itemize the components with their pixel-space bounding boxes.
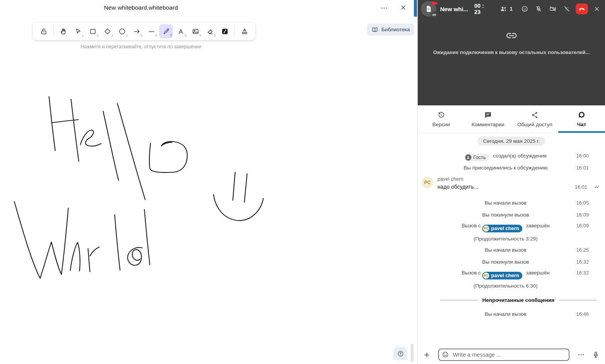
message-timestamp: 16:32: [576, 258, 589, 266]
whiteboard-canvas[interactable]: [0, 0, 417, 364]
selection-icon: [74, 27, 82, 36]
system-message: Вы покинули вызов16:09: [418, 209, 605, 221]
scrollbar-thumb-active[interactable]: [414, 0, 417, 17]
system-message-text: Вы присоединились к обсуждению: [464, 165, 548, 171]
actor-pill[interactable]: PCpavel chern: [482, 225, 522, 232]
user-avatar-mini: PC: [483, 273, 489, 279]
tool-shortcut: 5: [141, 34, 142, 37]
camera-off-button[interactable]: [548, 3, 558, 15]
tool-draw[interactable]: 7: [159, 24, 173, 38]
tab-чат[interactable]: Чат: [558, 105, 605, 133]
call-top-bar: New whi... 00 : 23 1: [418, 0, 605, 18]
blur-off-icon: [563, 5, 571, 13]
eraser-icon: [206, 27, 214, 36]
actor-pill[interactable]: Гость: [464, 154, 490, 161]
tool-shortcut: 3: [111, 34, 113, 37]
unread-messages-label: Непрочитанные сообщения: [482, 297, 554, 303]
tab-комментарии[interactable]: Комментарии: [464, 105, 511, 133]
draw-icon: [162, 27, 170, 36]
freehand-stroke: [80, 130, 101, 146]
tool-eraser[interactable]: 0: [203, 24, 217, 38]
voice-message-button[interactable]: [592, 351, 600, 359]
system-message-text: Вы начали вызов: [485, 247, 526, 253]
close-call-view-button[interactable]: [592, 3, 602, 15]
emoji-picker-button[interactable]: [442, 351, 449, 358]
plus-icon: [423, 351, 430, 359]
tool-shortcut: 0: [214, 34, 216, 37]
library-button[interactable]: Библиотека: [367, 24, 414, 36]
tool-shortcut: 8: [185, 34, 186, 37]
message-timestamp: 16:09: [576, 211, 589, 219]
message-input[interactable]: [438, 349, 569, 361]
actor-pill[interactable]: PCpavel chern: [482, 272, 522, 279]
scrollbar-thumb[interactable]: [411, 344, 414, 362]
tool-selection[interactable]: 1: [71, 24, 85, 38]
freehand-stroke: [117, 103, 145, 200]
tool-shapes[interactable]: [237, 24, 251, 38]
dots-icon: [577, 351, 585, 359]
link-icon: [505, 29, 518, 43]
more-actions-button[interactable]: [577, 351, 585, 359]
freehand-stroke: [14, 201, 68, 278]
ellipse-icon: [118, 27, 126, 36]
message-timestamp: 16:46: [576, 310, 589, 318]
system-message-text: Вы покинули вызов: [482, 259, 529, 265]
read-receipt-icon: ✓✓: [594, 184, 598, 190]
call-ended-message: Вызов с PCpavel chern завершён(Продолжит…: [418, 268, 605, 291]
blur-background-button[interactable]: [562, 3, 572, 15]
tool-rectangle[interactable]: 2: [86, 24, 100, 38]
freehand-stroke: [71, 99, 79, 161]
date-separator: Сегодня, 29 мая 2025 г.: [418, 137, 605, 150]
help-button[interactable]: [393, 347, 407, 360]
message-timestamp: 16:01: [574, 184, 587, 190]
rectangle-icon: [89, 27, 97, 36]
library-button-label: Библиотека: [381, 27, 410, 32]
tool-shortcut: 6: [155, 34, 157, 37]
freehand-stroke: [149, 142, 187, 173]
tool-laser[interactable]: [218, 24, 232, 38]
tool-shortcut: 7: [170, 34, 172, 37]
actor-name: pavel chern: [491, 225, 519, 231]
reactions-button[interactable]: [520, 3, 530, 15]
guest-avatar-icon: [465, 154, 471, 161]
tool-image[interactable]: 9: [188, 24, 202, 38]
freehand-stroke: [233, 172, 235, 200]
tool-shortcut: 2: [97, 34, 98, 37]
message-author: pavel chern: [437, 176, 589, 182]
tool-lock[interactable]: [37, 24, 51, 38]
unread-messages-separator: Непрочитанные сообщения: [440, 295, 597, 305]
tool-diamond[interactable]: 3: [100, 24, 114, 38]
freehand-stroke: [70, 242, 80, 271]
more-options-icon[interactable]: [380, 4, 388, 14]
hangup-icon: [578, 5, 586, 13]
tab-label: Общий доступ: [517, 122, 552, 127]
tool-text[interactable]: 8: [174, 24, 188, 38]
text-icon: [177, 27, 185, 36]
system-message: Вы присоединились к обсуждению16:01: [418, 162, 605, 174]
call-body: Ожидание подключения к вызову остальных …: [418, 18, 605, 55]
tool-hand[interactable]: [56, 24, 70, 38]
close-icon[interactable]: [400, 4, 407, 12]
message-timestamp: 16:05: [576, 199, 589, 207]
diamond-icon: [103, 27, 112, 36]
freehand-stroke: [128, 247, 142, 265]
tool-shortcut: 1: [82, 34, 84, 37]
attachment-button[interactable]: [423, 351, 430, 359]
tool-shortcut: 4: [126, 34, 128, 37]
leave-call-button[interactable]: [576, 3, 588, 14]
emoji-icon: [442, 351, 449, 358]
tab-общий-доступ[interactable]: Общий доступ: [512, 105, 558, 133]
microphone-off-icon: [535, 5, 542, 13]
tool-arrow[interactable]: 5: [130, 24, 144, 38]
freehand-stroke: [90, 247, 99, 256]
tab-версии[interactable]: Версии: [418, 105, 464, 133]
mute-microphone-button[interactable]: [534, 3, 544, 15]
tool-line[interactable]: 6: [144, 24, 158, 38]
toolbar-hint: Нажмите и перетаскивайте, отпустите по з…: [0, 44, 282, 49]
system-message: Вы покинули вызов16:32: [418, 256, 605, 268]
participants-button[interactable]: 1: [500, 5, 513, 13]
link-icon: [432, 13, 436, 17]
tool-ellipse[interactable]: 4: [115, 24, 129, 38]
system-message: Гость создал(а) обсуждение16:00: [418, 150, 605, 162]
avatar[interactable]: PC: [422, 177, 433, 188]
